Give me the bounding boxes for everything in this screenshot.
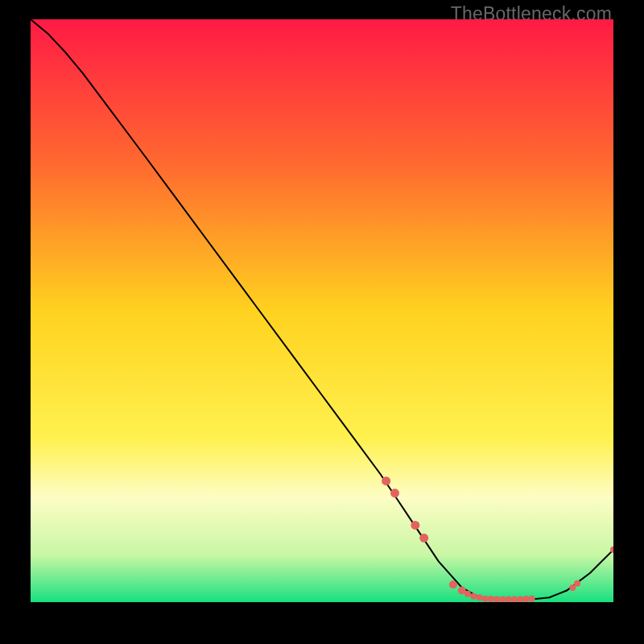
- data-marker: [574, 580, 580, 587]
- data-marker: [464, 591, 471, 597]
- gradient-background: [31, 19, 613, 602]
- data-marker: [419, 534, 428, 543]
- chart-plot-area: [31, 19, 613, 602]
- data-marker: [522, 596, 529, 602]
- data-marker: [476, 594, 482, 601]
- data-marker: [470, 593, 477, 600]
- data-marker: [390, 489, 399, 497]
- data-marker: [482, 596, 489, 602]
- data-marker: [488, 596, 494, 602]
- chart-svg: [31, 19, 613, 602]
- data-marker: [529, 596, 535, 602]
- data-marker: [411, 521, 419, 530]
- data-marker: [449, 580, 457, 588]
- data-marker: [382, 477, 390, 485]
